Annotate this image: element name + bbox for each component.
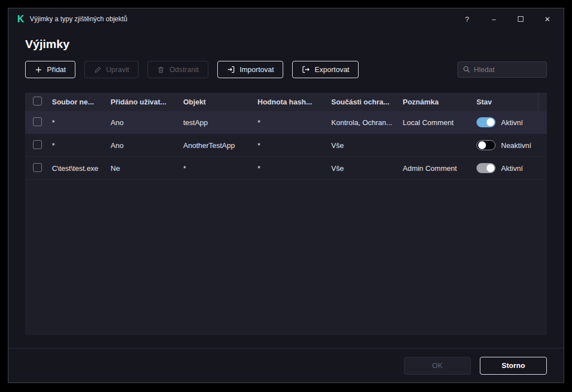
table-row[interactable]: * Ano AnotherTestApp * Vše Neaktivní xyxy=(25,134,547,157)
trash-icon xyxy=(157,66,165,74)
cell-hash: * xyxy=(251,118,325,127)
column-header-file: Soubor ne... xyxy=(45,98,104,106)
pencil-icon xyxy=(94,66,102,74)
row-checkbox[interactable] xyxy=(33,117,42,126)
title-bar: K Výjimky a typy zjištěných objektů ? – … xyxy=(8,8,564,30)
cell-added-by-user: Ano xyxy=(104,141,177,150)
cell-file: * xyxy=(45,141,104,150)
dialog-window: K Výjimky a typy zjištěných objektů ? – … xyxy=(8,8,564,383)
column-header-components: Součásti ochra... xyxy=(325,98,396,106)
column-header-hash: Hodnota hash... xyxy=(251,98,325,106)
cell-hash: * xyxy=(251,141,325,150)
search-input[interactable] xyxy=(457,61,547,78)
select-all-checkbox[interactable] xyxy=(33,97,42,106)
search-icon xyxy=(463,65,471,74)
cell-comment: Admin Comment xyxy=(396,164,470,173)
column-header-comment: Poznámka xyxy=(396,98,470,106)
table-row[interactable]: C\test\test.exe Ne * * Vše Admin Comment… xyxy=(25,157,547,180)
delete-button[interactable]: Odstranit xyxy=(147,61,208,78)
cell-object: * xyxy=(177,164,251,173)
cell-added-by-user: Ne xyxy=(104,164,177,173)
import-button[interactable]: Importovat xyxy=(217,61,283,78)
exclusions-table: Soubor ne... Přidáno uživat... Objekt Ho… xyxy=(25,93,547,335)
cell-hash: * xyxy=(251,164,325,173)
cell-comment: Local Comment xyxy=(396,118,470,127)
cell-components: Kontrola, Ochran... xyxy=(325,118,396,127)
minimize-button[interactable]: – xyxy=(485,11,502,27)
window-title: Výjimky a typy zjištěných objektů xyxy=(30,15,127,23)
cancel-button[interactable]: Storno xyxy=(480,357,547,375)
status-label: Aktivní xyxy=(501,164,523,173)
maximize-icon xyxy=(518,16,523,22)
table-header-row: Soubor ne... Přidáno uživat... Objekt Ho… xyxy=(25,93,547,111)
column-header-status: Stav xyxy=(470,98,538,106)
status-toggle[interactable] xyxy=(476,140,495,150)
kaspersky-logo-icon: K xyxy=(17,14,24,24)
toggle-knob xyxy=(478,141,486,149)
add-button[interactable]: Přidat xyxy=(25,61,75,78)
cell-object: testApp xyxy=(177,118,251,127)
row-checkbox[interactable] xyxy=(33,140,42,149)
dialog-footer: OK Storno xyxy=(8,348,564,383)
help-button[interactable]: ? xyxy=(459,11,475,27)
cell-components: Vše xyxy=(325,141,396,150)
import-icon xyxy=(227,65,235,74)
page-title: Výjimky xyxy=(25,37,547,51)
row-checkbox[interactable] xyxy=(33,163,42,172)
toolbar: Přidat Upravit Odstranit Importovat Expo… xyxy=(25,61,547,78)
status-toggle[interactable] xyxy=(476,117,495,127)
maximize-button[interactable] xyxy=(512,11,529,27)
table-header-gutter xyxy=(538,93,547,111)
export-icon xyxy=(302,65,310,74)
plus-icon xyxy=(35,66,42,74)
table-row[interactable]: * Ano testApp * Kontrola, Ochran... Loca… xyxy=(25,111,547,134)
toggle-knob xyxy=(487,118,494,126)
cell-object: AnotherTestApp xyxy=(177,141,251,150)
ok-button[interactable]: OK xyxy=(404,357,471,375)
column-header-object: Objekt xyxy=(177,98,251,106)
table-empty-area xyxy=(25,180,547,335)
close-button[interactable]: ✕ xyxy=(539,11,556,27)
cell-file: * xyxy=(45,118,104,127)
edit-button[interactable]: Upravit xyxy=(84,61,139,78)
status-label: Aktivní xyxy=(501,118,523,127)
column-header-added-by-user: Přidáno uživat... xyxy=(104,98,177,106)
status-toggle[interactable] xyxy=(476,163,495,173)
cell-added-by-user: Ano xyxy=(104,118,177,127)
status-label: Neaktivní xyxy=(501,141,531,150)
search-box xyxy=(457,61,547,78)
export-button[interactable]: Exportovat xyxy=(292,61,359,78)
cell-components: Vše xyxy=(325,164,396,173)
cell-file: C\test\test.exe xyxy=(45,164,104,173)
toggle-knob xyxy=(487,164,494,172)
